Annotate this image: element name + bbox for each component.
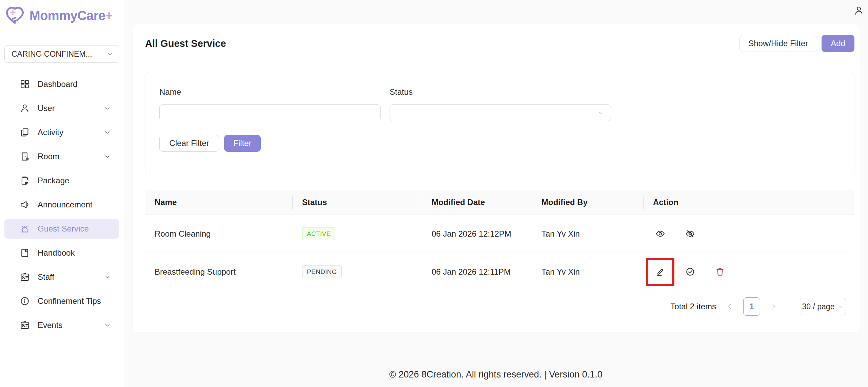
profile-icon[interactable]	[854, 5, 864, 16]
sidebar-item-guest-service[interactable]: Guest Service	[4, 219, 119, 239]
show-hide-filter-button[interactable]: Show/Hide Filter	[739, 35, 817, 52]
delete-icon	[715, 267, 725, 277]
sidebar-item-handbook[interactable]: Handbook	[4, 243, 119, 263]
column-header-modified-date: Modified Date	[422, 190, 532, 215]
column-header-status: Status	[293, 190, 422, 215]
sidebar-item-label: Room	[38, 152, 59, 161]
status-filter-label: Status	[390, 87, 611, 97]
content-card: All Guest Service Show/Hide Filter Add N…	[133, 24, 860, 332]
sidebar-item-activity[interactable]: Activity	[4, 123, 119, 142]
sidebar-item-announcement[interactable]: Announcement	[4, 195, 119, 215]
pagination-total: Total 2 items	[670, 302, 716, 311]
sidebar-item-label: Announcement	[38, 200, 92, 209]
sidebar-item-package[interactable]: Package	[4, 171, 119, 190]
view-action-button[interactable]	[653, 227, 667, 241]
page-header: All Guest Service Show/Hide Filter Add	[145, 35, 854, 52]
row-actions	[644, 265, 854, 279]
chevron-down-icon	[597, 109, 605, 116]
page-title: All Guest Service	[145, 38, 226, 49]
heart-hand-logo-icon	[4, 5, 25, 26]
sidebar-item-room[interactable]: Room	[4, 147, 119, 166]
sidebar-item-label: Guest Service	[38, 224, 89, 234]
prev-page-button[interactable]	[726, 302, 734, 311]
edit-icon	[655, 267, 665, 277]
sidebar-nav: DashboardUserActivityRoomPackageAnnounce…	[4, 74, 119, 335]
venue-selector[interactable]: CARING CONFINEM...	[4, 45, 119, 63]
column-header-name: Name	[145, 190, 293, 215]
venue-selector-value: CARING CONFINEM...	[12, 50, 92, 59]
chevron-down-icon	[838, 304, 844, 310]
brand-name: MommyCare+	[29, 8, 113, 23]
eye-invisible-icon	[685, 229, 695, 239]
row-name: Breastfeeding Support	[145, 267, 293, 277]
guest-service-table: NameStatusModified DateModified ByAction…	[145, 190, 854, 291]
sidebar-item-label: Dashboard	[38, 79, 77, 89]
chevron-down-icon	[104, 273, 111, 281]
chevron-down-icon	[104, 105, 111, 112]
check-circle-icon	[685, 267, 695, 277]
footer-text: © 2026 8Creation. All rights reserved. |…	[124, 369, 868, 380]
user-icon	[20, 103, 30, 113]
main-area: All Guest Service Show/Hide Filter Add N…	[124, 0, 868, 387]
sidebar-item-staff[interactable]: Staff	[4, 267, 119, 287]
sidebar-item-label: Events	[38, 320, 62, 330]
status-filter-select[interactable]	[390, 104, 611, 121]
sidebar-item-label: Handbook	[38, 248, 75, 258]
status-badge: PENDING	[302, 265, 342, 278]
page-size-value: 30 / page	[802, 302, 835, 311]
column-header-modified-by: Modified By	[532, 190, 644, 215]
row-modified-date: 06 Jan 2026 12:11PM	[422, 267, 532, 277]
column-header-action: Action	[644, 190, 854, 215]
sidebar-item-label: Package	[38, 176, 69, 185]
brand-logo[interactable]: MommyCare+	[4, 5, 119, 26]
sidebar-item-events[interactable]: Events	[4, 315, 119, 335]
next-page-button[interactable]	[770, 302, 778, 311]
clear-filter-button[interactable]: Clear Filter	[159, 135, 219, 152]
filter-button[interactable]: Filter	[224, 135, 261, 152]
name-filter-label: Name	[159, 87, 381, 97]
sidebar-item-label: Activity	[38, 128, 63, 137]
page-size-select[interactable]: 30 / page	[800, 298, 846, 315]
sidebar: MommyCare+ CARING CONFINEM... DashboardU…	[0, 0, 124, 387]
row-modified-by: Tan Yv Xin	[532, 267, 644, 277]
megaphone-icon	[20, 200, 30, 210]
events-badge-icon	[20, 320, 30, 330]
pagination: Total 2 items 1 30 / page	[145, 297, 854, 316]
brand-plus: +	[105, 8, 113, 23]
id-card-icon	[20, 272, 30, 282]
sidebar-item-label: User	[38, 104, 55, 113]
room-door-icon	[20, 151, 30, 162]
hide-action-button[interactable]	[683, 227, 697, 241]
app: MommyCare+ CARING CONFINEM... DashboardU…	[0, 0, 868, 387]
table-row: Room CleaningACTIVE06 Jan 2026 12:12PMTa…	[145, 215, 854, 253]
sidebar-item-label: Confinement Tips	[38, 296, 101, 306]
activity-pages-icon	[20, 127, 30, 137]
status-badge: ACTIVE	[302, 227, 335, 240]
row-modified-by: Tan Yv Xin	[532, 229, 644, 239]
edit-action-button[interactable]	[653, 265, 667, 279]
row-modified-date: 06 Jan 2026 12:12PM	[422, 229, 532, 239]
package-clipboard-icon	[20, 176, 30, 186]
approve-action-button[interactable]	[683, 265, 697, 279]
page-1-button[interactable]: 1	[743, 297, 760, 316]
table-body: Room CleaningACTIVE06 Jan 2026 12:12PMTa…	[145, 215, 854, 291]
sidebar-item-user[interactable]: User	[4, 98, 119, 118]
dashboard-grid-icon	[20, 79, 30, 89]
sidebar-item-dashboard[interactable]: Dashboard	[4, 74, 119, 94]
name-filter-input[interactable]	[159, 104, 381, 121]
table-header-row: NameStatusModified DateModified ByAction	[145, 190, 854, 215]
row-name: Room Cleaning	[145, 229, 293, 239]
row-actions	[644, 227, 854, 241]
chevron-down-icon	[104, 321, 111, 329]
sidebar-item-label: Staff	[38, 272, 54, 282]
chevron-down-icon	[106, 50, 114, 58]
info-circle-icon	[20, 296, 30, 306]
chevron-down-icon	[104, 129, 111, 136]
filter-panel: Name Status Clear Filter Filter	[145, 72, 854, 177]
sidebar-item-confinement-tips[interactable]: Confinement Tips	[4, 291, 119, 311]
chevron-down-icon	[104, 153, 111, 160]
eye-icon	[655, 229, 665, 239]
delete-action-button[interactable]	[713, 265, 727, 279]
add-button[interactable]: Add	[822, 35, 854, 52]
service-bell-icon	[20, 224, 30, 234]
